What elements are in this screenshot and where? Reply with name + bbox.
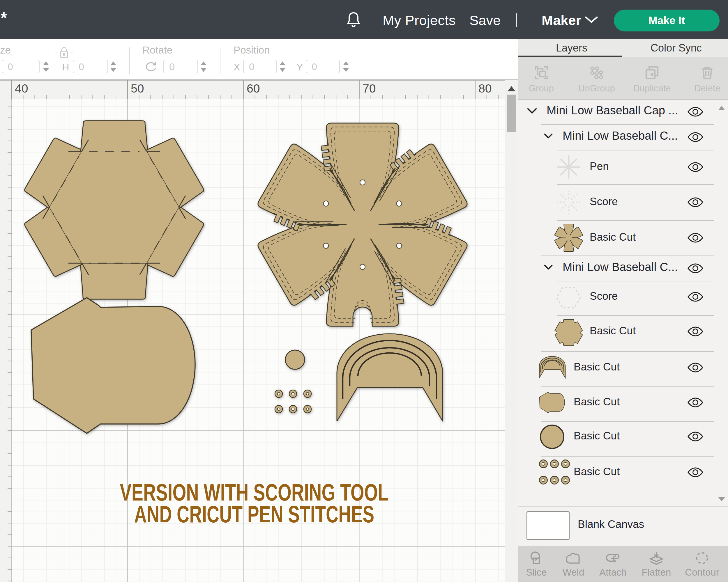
svg-text:60: 60 (246, 82, 260, 95)
svg-text:80: 80 (478, 82, 492, 95)
svg-text:AND CRICUT PEN STITCHES: AND CRICUT PEN STITCHES (134, 501, 374, 527)
svg-text:40: 40 (15, 82, 28, 95)
svg-text:70: 70 (363, 82, 376, 95)
svg-text:50: 50 (131, 82, 144, 95)
